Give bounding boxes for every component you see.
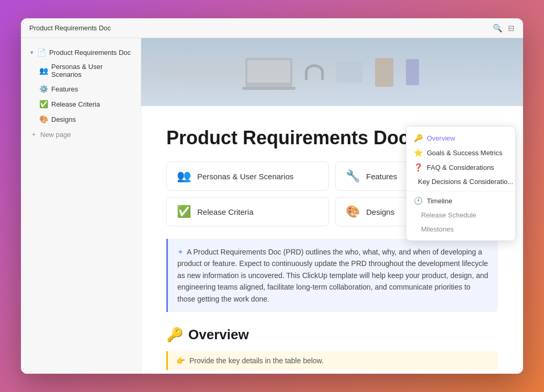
toc-item-timeline[interactable]: 🕐 Timeline (406, 193, 515, 208)
toc-item-goals[interactable]: ⭐ Goals & Success Metrics (406, 145, 515, 160)
main-layout: ▾ 📄 Product Requirements Doc 👥 Personas … (21, 38, 523, 374)
card-designs-icon: 🎨 (345, 205, 360, 218)
sparkle-icon: ✦ (177, 248, 184, 256)
collapse-arrow-icon: ▾ (30, 49, 33, 56)
hero-bg (141, 38, 523, 106)
card-personas-icon: 👥 (176, 169, 191, 183)
toc-popup: 🔑 Overview ⭐ Goals & Success Metrics ❓ F… (406, 126, 516, 241)
release-criteria-icon: ✅ (39, 99, 48, 109)
card-features-icon: 🔧 (345, 169, 360, 183)
plus-icon: ＋ (30, 130, 37, 139)
sidebar-item-product-requirements-doc[interactable]: ▾ 📄 Product Requirements Doc (24, 45, 138, 60)
toc-key-decisions-label: Key Decisions & Consideratio... (418, 178, 513, 186)
toc-item-milestones[interactable]: Milestones (406, 222, 515, 236)
toc-timeline-icon: 🕐 (414, 197, 423, 205)
toc-faq-icon: ❓ (414, 163, 423, 171)
top-bar: Product Requirements Doc 🔍 ⊟ (21, 18, 523, 38)
sidebar: ▾ 📄 Product Requirements Doc 👥 Personas … (21, 38, 141, 374)
sub-callout-text: Provide the key details in the table bel… (189, 356, 324, 365)
personas-icon: 👥 (39, 66, 48, 75)
toc-overview-icon: 🔑 (414, 134, 423, 142)
card-release-icon: ✅ (176, 205, 191, 218)
new-page-button[interactable]: ＋ New page (24, 127, 138, 142)
outline-icon[interactable]: ⊟ (508, 24, 515, 33)
top-bar-icons: 🔍 ⊟ (493, 24, 515, 33)
doc-icon: 📄 (37, 48, 46, 57)
card-personas-label: Personas & User Scenarios (197, 172, 293, 181)
card-features-label: Features (366, 172, 397, 181)
designs-icon: 🎨 (39, 114, 48, 124)
card-designs-label: Designs (366, 207, 394, 216)
sub-callout: 👉 Provide the key details in the table b… (166, 351, 498, 370)
toc-item-key-decisions[interactable]: Key Decisions & Consideratio... (406, 175, 515, 189)
sidebar-item-label: Product Requirements Doc (49, 49, 131, 56)
toc-goals-label: Goals & Success Metrics (427, 149, 503, 157)
card-release-criteria[interactable]: ✅ Release Criteria (166, 197, 329, 226)
features-icon: ⚙️ (39, 84, 48, 94)
hero-image (141, 38, 523, 106)
callout-block: ✦A Product Requirements Doc (PRD) outlin… (166, 239, 498, 312)
sidebar-item-personas[interactable]: 👥 Personas & User Scenarios (24, 60, 138, 81)
callout-text: A Product Requirements Doc (PRD) outline… (177, 248, 488, 303)
pointing-icon: 👉 (176, 356, 185, 365)
page-content: Product Requirements Doc 👥 Personas & Us… (141, 106, 523, 374)
toc-faq-label: FAQ & Considerations (427, 164, 494, 171)
toc-divider (406, 191, 515, 191)
card-personas[interactable]: 👥 Personas & User Scenarios (166, 162, 329, 191)
toc-item-faq[interactable]: ❓ FAQ & Considerations (406, 160, 515, 175)
content-area: Product Requirements Doc 👥 Personas & Us… (141, 38, 523, 374)
sidebar-item-designs[interactable]: 🎨 Designs (24, 112, 138, 126)
overview-heading: 🔑 Overview (166, 327, 498, 343)
toc-item-overview[interactable]: 🔑 Overview (406, 131, 515, 145)
toc-release-label: Release Schedule (421, 211, 477, 219)
top-bar-title: Product Requirements Doc (29, 24, 489, 32)
toc-overview-label: Overview (427, 134, 455, 142)
key-icon: 🔑 (166, 327, 183, 343)
card-release-label: Release Criteria (197, 207, 254, 216)
app-window: Product Requirements Doc 🔍 ⊟ ▾ 📄 Product… (21, 18, 523, 374)
toc-item-release-schedule[interactable]: Release Schedule (406, 208, 515, 222)
sidebar-item-release-criteria[interactable]: ✅ Release Criteria (24, 97, 138, 111)
toc-timeline-label: Timeline (427, 197, 452, 205)
toc-milestones-label: Milestones (421, 225, 454, 233)
sidebar-item-features[interactable]: ⚙️ Features (24, 82, 138, 96)
toc-goals-icon: ⭐ (414, 148, 423, 157)
search-icon[interactable]: 🔍 (493, 24, 503, 33)
overview-heading-text: Overview (188, 327, 249, 343)
